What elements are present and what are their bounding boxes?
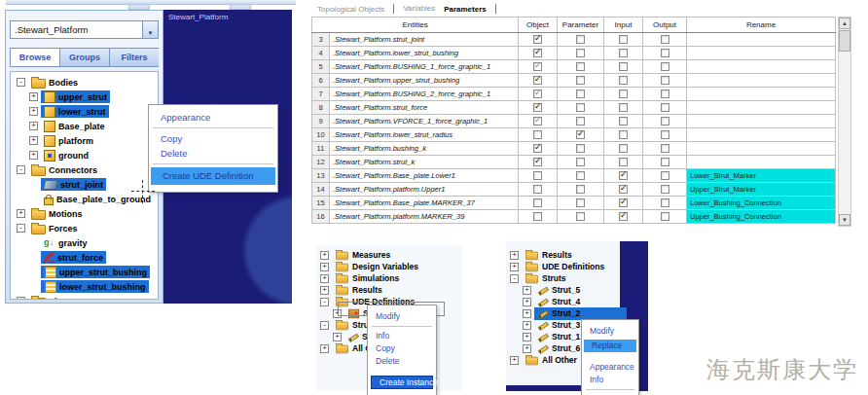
tree-item[interactable]: + Measures [316,249,462,261]
entity-cell[interactable]: .Stewart_Platform.BUSHING_2_force_graphi… [330,88,519,101]
browser-tab[interactable]: Browse [10,48,59,67]
object-checkbox[interactable] [533,62,542,71]
tree-item[interactable]: + Results [506,249,620,261]
menu-item[interactable]: Create UDE Definition [151,167,275,185]
tree-item[interactable]: + UDE Definitions [506,261,620,272]
output-checkbox[interactable] [661,144,669,153]
entity-cell[interactable]: .Stewart_Platform.VFORCE_1_force_graphic… [330,115,519,128]
object-checkbox[interactable] [533,198,542,207]
tree-item[interactable]: + Strut_5 [506,284,620,296]
tree-item[interactable]: lower_strut_bushing [11,279,158,294]
entity-cell[interactable]: .Stewart_Platform.lower_strut_bushing [330,47,519,60]
menu-item[interactable]: Copy [149,131,277,146]
expander-toggle-icon[interactable]: + [320,286,329,295]
object-checkbox[interactable] [533,144,542,153]
expander-toggle-icon[interactable]: - [510,274,519,283]
object-checkbox[interactable] [533,90,542,98]
object-checkbox[interactable] [533,76,542,85]
object-checkbox[interactable] [533,49,542,57]
object-checkbox[interactable] [533,35,542,44]
entity-cell[interactable]: .Stewart_Platform.strut_joint [330,33,519,47]
input-checkbox[interactable] [619,49,628,57]
input-checkbox[interactable] [619,103,628,112]
entity-cell[interactable]: .Stewart_Platform.upper_strut_bushing [330,74,519,88]
output-checkbox[interactable] [661,212,669,221]
object-checkbox[interactable] [533,103,542,112]
input-checkbox[interactable] [619,76,628,85]
parameter-checkbox[interactable] [576,76,585,85]
expander-toggle-icon[interactable]: - [17,224,25,233]
tree-item[interactable]: + Simulations [316,272,462,284]
tree-item[interactable]: + lower_strut [11,104,158,119]
rename-cell[interactable] [687,101,836,115]
parameter-checkbox[interactable] [576,103,585,112]
menu-item[interactable]: Create Instance [371,376,433,389]
table-tab[interactable]: Topological Objects [317,4,394,14]
tree-item[interactable]: + Base_plate [11,119,158,133]
menu-item[interactable]: Modify [582,325,638,338]
tree-item[interactable]: + Elements [11,294,158,300]
expander-toggle-icon[interactable]: + [510,251,519,260]
tree-item[interactable]: - Connectors [11,162,158,177]
entity-cell[interactable]: .Stewart_Platform.bushing_k [330,142,519,156]
entity-cell[interactable]: .Stewart_Platform.platform.MARKER_39 [330,210,519,224]
input-checkbox[interactable] [619,185,628,194]
menu-item[interactable]: Delete [368,355,436,368]
input-checkbox[interactable] [619,212,628,221]
rename-cell[interactable] [687,33,836,47]
parameter-checkbox[interactable] [576,212,585,221]
rename-cell[interactable]: Lower_Strut_Marker [687,169,836,183]
expander-toggle-icon[interactable]: + [523,286,531,295]
menu-item[interactable]: Info [582,374,638,386]
tree-item[interactable]: upper_strut_bushing [11,265,158,279]
expander-toggle-icon[interactable]: + [523,333,531,341]
rename-cell[interactable] [687,128,836,142]
output-checkbox[interactable] [661,185,669,194]
entity-cell[interactable]: .Stewart_Platform.strut_force [330,101,519,115]
menu-item[interactable]: Info [368,330,436,342]
model-selector[interactable]: .Stewart_Platform [10,20,159,39]
expander-toggle-icon[interactable]: + [510,263,519,271]
rename-cell[interactable] [687,74,836,88]
rename-cell[interactable]: Upper_Bushing_Connection [687,210,836,224]
rename-cell[interactable] [687,88,836,101]
menu-item[interactable]: Appearance [582,361,638,374]
object-checkbox[interactable] [533,212,542,221]
tree-item[interactable]: + Design Variables [316,261,462,272]
expander-toggle-icon[interactable]: + [320,344,329,353]
output-checkbox[interactable] [661,35,669,44]
object-checkbox[interactable] [533,185,542,194]
parameter-checkbox[interactable] [576,185,585,194]
expander-toggle-icon[interactable]: + [523,344,531,353]
expander-toggle-icon[interactable]: + [29,151,38,160]
rename-cell[interactable]: Lower_Bushing_Connection [687,197,836,210]
expander-toggle-icon[interactable]: + [333,333,342,341]
expander-toggle-icon[interactable]: + [320,251,329,260]
expander-toggle-icon[interactable]: + [29,92,38,101]
parameter-checkbox[interactable] [576,117,585,126]
expander-toggle-icon[interactable]: - [17,78,25,87]
expander-toggle-icon[interactable]: - [320,298,329,306]
input-checkbox[interactable] [619,117,628,126]
output-checkbox[interactable] [661,171,669,180]
output-checkbox[interactable] [661,62,669,71]
output-checkbox[interactable] [661,158,669,166]
browser-tab[interactable]: Groups [59,48,109,67]
parameter-checkbox[interactable] [576,35,585,44]
expander-toggle-icon[interactable]: + [320,274,329,283]
tree-item[interactable]: + Motions [11,206,158,221]
tree-item[interactable]: + Strut_2 [506,307,620,319]
menu-item[interactable]: Replace [584,340,636,352]
entity-cell[interactable]: .Stewart_Platform.platform.Upper1 [330,183,519,197]
parameter-checkbox[interactable] [576,49,585,57]
input-checkbox[interactable] [619,144,628,153]
parameter-checkbox[interactable] [576,158,585,166]
parameter-checkbox[interactable] [576,130,585,139]
expander-toggle-icon[interactable]: + [320,263,329,271]
object-checkbox[interactable] [533,117,542,126]
tree-item[interactable]: + platform [11,133,158,148]
output-checkbox[interactable] [661,103,669,112]
output-checkbox[interactable] [661,90,669,98]
rename-cell[interactable] [687,156,836,169]
entity-cell[interactable]: .Stewart_Platform.BUSHING_1_force_graphi… [330,60,519,74]
